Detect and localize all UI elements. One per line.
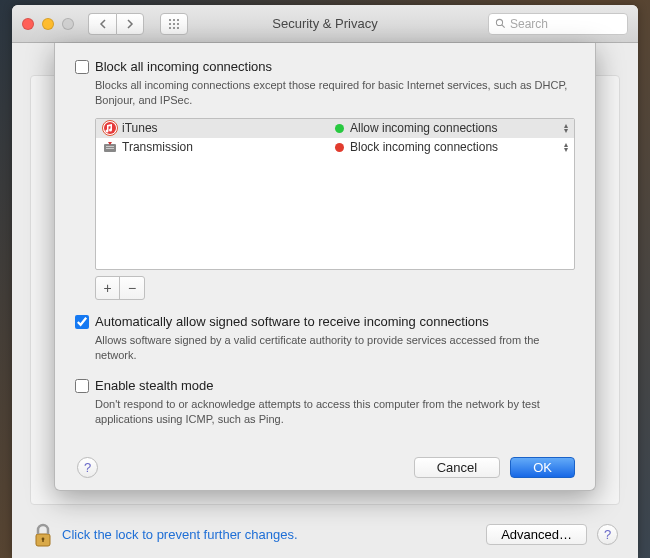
- stealth-desc: Don't respond to or acknowledge attempts…: [95, 397, 575, 427]
- stealth-label: Enable stealth mode: [95, 378, 214, 393]
- search-input[interactable]: Search: [488, 13, 628, 35]
- minimize-icon[interactable]: [42, 18, 54, 30]
- maximize-icon: [62, 18, 74, 30]
- prefs-window: Security & Privacy Search Block all inco…: [12, 5, 638, 558]
- app-name: iTunes: [122, 121, 335, 135]
- status-text: Block incoming connections: [350, 140, 498, 154]
- app-name: Transmission: [122, 140, 335, 154]
- block-all-row: Block all incoming connections: [75, 59, 575, 74]
- app-row[interactable]: Transmission Block incoming connections …: [96, 138, 574, 157]
- svg-point-4: [173, 23, 175, 25]
- advanced-button[interactable]: Advanced…: [486, 524, 587, 545]
- titlebar: Security & Privacy Search: [12, 5, 638, 43]
- auto-allow-desc: Allows software signed by a valid certif…: [95, 333, 575, 363]
- cancel-button[interactable]: Cancel: [414, 457, 500, 478]
- app-row[interactable]: iTunes Allow incoming connections ▴▾: [96, 119, 574, 138]
- itunes-icon: [102, 120, 118, 136]
- ok-button[interactable]: OK: [510, 457, 575, 478]
- block-all-label: Block all incoming connections: [95, 59, 272, 74]
- lock-icon[interactable]: [32, 522, 54, 548]
- stealth-checkbox[interactable]: [75, 379, 89, 393]
- auto-allow-label: Automatically allow signed software to r…: [95, 314, 489, 329]
- block-all-checkbox[interactable]: [75, 60, 89, 74]
- app-status-select[interactable]: Block incoming connections: [335, 140, 560, 154]
- svg-point-5: [177, 23, 179, 25]
- svg-point-7: [173, 27, 175, 29]
- prefs-footer: Click the lock to prevent further change…: [12, 510, 638, 558]
- status-text: Allow incoming connections: [350, 121, 497, 135]
- svg-point-9: [496, 19, 502, 25]
- svg-rect-14: [106, 146, 114, 147]
- show-all-button[interactable]: [160, 13, 188, 35]
- traffic-lights: [22, 18, 74, 30]
- svg-point-2: [177, 19, 179, 21]
- app-status-select[interactable]: Allow incoming connections: [335, 121, 560, 135]
- firewall-options-sheet: Block all incoming connections Blocks al…: [54, 43, 596, 491]
- auto-allow-row: Automatically allow signed software to r…: [75, 314, 575, 329]
- add-button[interactable]: +: [96, 277, 120, 299]
- search-icon: [495, 18, 506, 29]
- svg-line-10: [502, 25, 505, 28]
- button-row: Cancel OK: [414, 457, 575, 478]
- help-button[interactable]: ?: [77, 457, 98, 478]
- svg-point-6: [169, 27, 171, 29]
- svg-point-0: [169, 19, 171, 21]
- chevron-updown-icon[interactable]: ▴▾: [564, 123, 568, 133]
- search-placeholder: Search: [510, 17, 548, 31]
- lock-text[interactable]: Click the lock to prevent further change…: [62, 527, 298, 542]
- status-dot-icon: [335, 124, 344, 133]
- chevron-updown-icon[interactable]: ▴▾: [564, 142, 568, 152]
- nav-group: [88, 13, 144, 35]
- svg-point-8: [177, 27, 179, 29]
- svg-point-12: [104, 122, 116, 134]
- sheet-footer: ? Cancel OK: [75, 449, 575, 478]
- block-all-desc: Blocks all incoming connections except t…: [95, 78, 575, 108]
- forward-button[interactable]: [116, 13, 144, 35]
- add-remove-buttons: + −: [95, 276, 145, 300]
- stealth-row: Enable stealth mode: [75, 378, 575, 393]
- svg-point-3: [169, 23, 171, 25]
- close-icon[interactable]: [22, 18, 34, 30]
- svg-rect-18: [42, 539, 43, 542]
- app-list[interactable]: iTunes Allow incoming connections ▴▾ Tra…: [95, 118, 575, 270]
- back-button[interactable]: [88, 13, 116, 35]
- status-dot-icon: [335, 143, 344, 152]
- auto-allow-checkbox[interactable]: [75, 315, 89, 329]
- svg-rect-15: [106, 148, 114, 149]
- svg-point-1: [173, 19, 175, 21]
- transmission-icon: [102, 139, 118, 155]
- footer-help-button[interactable]: ?: [597, 524, 618, 545]
- remove-button[interactable]: −: [120, 277, 144, 299]
